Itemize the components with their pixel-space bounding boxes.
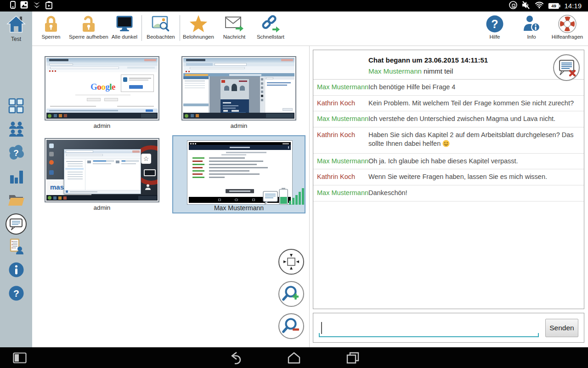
toolbar-lock-button[interactable]: Sperren bbox=[33, 14, 69, 44]
grid-icon bbox=[8, 98, 24, 116]
toolbar-help-requests-label: Hilfeanfragen bbox=[548, 34, 587, 40]
battery-level-icon: 49 bbox=[548, 3, 560, 9]
sidebar-item-home-class[interactable]: Test bbox=[0, 15, 32, 42]
student-thumbnail-2[interactable] bbox=[181, 56, 296, 121]
toolbar-separator bbox=[141, 15, 142, 41]
sidebar-item-chat[interactable] bbox=[0, 212, 32, 236]
toolbar-quickstart-button[interactable]: Schnellstart bbox=[252, 14, 289, 44]
mini-viewer bbox=[209, 76, 260, 113]
chat-message-list: Max Mustermann Ich benötige Hilfe bei Fr… bbox=[313, 80, 584, 201]
thumbnail-2-screen bbox=[183, 58, 294, 119]
toolbar-observe-button[interactable]: Beobachten bbox=[142, 14, 179, 44]
text-cursor bbox=[321, 322, 322, 334]
split-screen-icon[interactable] bbox=[13, 352, 27, 363]
toolbar: Sperren Sperre aufheben Alle dunkel Beob… bbox=[32, 12, 588, 46]
mini-taskbar bbox=[183, 113, 294, 119]
chat-participant-text: Max Mustermann nimmt teil bbox=[368, 67, 547, 75]
sidebar-item-students[interactable] bbox=[0, 118, 32, 142]
thumbnail-3-label: admin bbox=[45, 204, 159, 211]
sidebar-item-thumbnails-grid[interactable] bbox=[0, 95, 32, 118]
sidebar-item-reports[interactable] bbox=[0, 236, 32, 259]
toolbar-message-button[interactable]: Nachricht bbox=[216, 14, 253, 44]
toolbar-unlock-button[interactable]: Sperre aufheben bbox=[69, 14, 106, 44]
toolbar-help-requests-button[interactable]: Hilfeanfragen bbox=[548, 14, 587, 44]
toolbar-rewards-button[interactable]: Belohnungen bbox=[180, 14, 217, 44]
observe-picture-magnifier-icon bbox=[142, 14, 179, 34]
link-chain-icon bbox=[252, 14, 289, 34]
chat-message: Kathrin Koch Haben Sie sich das Kapitel … bbox=[313, 127, 584, 154]
send-button[interactable]: Senden bbox=[545, 319, 578, 337]
toolbar-help-label: Hilfe bbox=[476, 34, 513, 40]
chat-panel: Chat begann um 23.06.2015 14:11:51 Max M… bbox=[313, 50, 584, 309]
thumbnail-3-screen: Komm ☆ maste bbox=[46, 140, 158, 201]
chat-message: Kathrin Koch Kein Problem. Mit welchem T… bbox=[313, 96, 584, 112]
sidebar-item-help[interactable]: ? bbox=[0, 282, 32, 306]
participant-name: Max Mustermann bbox=[368, 67, 422, 75]
thumbnails-panel: Google admin bbox=[32, 46, 310, 347]
chat-input-underline bbox=[319, 319, 539, 337]
toolbar-message-label: Nachricht bbox=[216, 34, 253, 40]
student-thumbnail-3[interactable]: Komm ☆ maste bbox=[45, 138, 159, 202]
svg-text:?: ? bbox=[13, 148, 19, 158]
mini-right-panel bbox=[265, 76, 294, 113]
end-chat-icon bbox=[555, 57, 578, 79]
question-cloud-icon: ? bbox=[7, 144, 25, 163]
chat-message: Max Mustermann Oh ja. Ich glaube ich hab… bbox=[313, 154, 584, 170]
mini-window-titlebar bbox=[46, 58, 158, 63]
question-circle-icon: ? bbox=[9, 286, 24, 303]
chat-message-input[interactable] bbox=[319, 319, 539, 336]
zoom-in-button[interactable] bbox=[278, 281, 304, 307]
sidebar-item-files[interactable] bbox=[0, 189, 32, 212]
toolbar-blank-screens-button[interactable]: Alle dunkel bbox=[106, 14, 143, 44]
toolbar-rewards-label: Belohnungen bbox=[180, 34, 217, 40]
cast-screen-icon bbox=[509, 0, 518, 12]
battery-percent-text: 49 bbox=[548, 3, 559, 8]
sidebar-item-statistics[interactable] bbox=[0, 165, 32, 189]
envelope-send-icon bbox=[216, 14, 253, 34]
student-thumbnail-1[interactable]: Google bbox=[45, 56, 159, 121]
mini-taskbar bbox=[46, 195, 158, 201]
status-bar: 49 14:19 bbox=[0, 0, 588, 12]
info-circle-icon bbox=[9, 262, 24, 279]
sidebar-item-info[interactable] bbox=[0, 259, 32, 282]
participant-joined-suffix: nimmt teil bbox=[422, 67, 453, 75]
chat-header: Chat begann um 23.06.2015 14:11:51 Max M… bbox=[313, 50, 584, 80]
toolbar-unlock-label: Sperre aufheben bbox=[69, 34, 106, 40]
chat-started-text: Chat begann um 23.06.2015 14:11:51 bbox=[368, 56, 547, 64]
fit-to-screen-icon bbox=[279, 250, 303, 274]
mini-person-glyph bbox=[145, 184, 151, 190]
toolbar-blank-label: Alle dunkel bbox=[106, 34, 143, 40]
thumbnail-4-label: Max Mustermann bbox=[173, 204, 305, 212]
home-icon bbox=[6, 27, 26, 35]
users-group-icon bbox=[7, 121, 25, 139]
chat-message: Max Mustermann Ich benötige Hilfe bei Fr… bbox=[313, 80, 584, 96]
volume-muted-icon bbox=[521, 1, 531, 11]
help-circle-icon: ? bbox=[476, 14, 513, 34]
mini-left-table bbox=[183, 76, 209, 113]
fit-to-screen-button[interactable] bbox=[278, 249, 304, 275]
toolbar-help-button[interactable]: ? Hilfe bbox=[476, 14, 513, 44]
chat-message: Kathrin Koch Wenn Sie weitere Fragen hab… bbox=[313, 169, 584, 185]
star-icon bbox=[180, 14, 217, 34]
lock-closed-icon bbox=[33, 14, 69, 34]
toolbar-info-button[interactable]: Info bbox=[513, 14, 550, 44]
recents-button-icon[interactable] bbox=[346, 352, 359, 364]
chat-message: Max Mustermann Dankeschön! bbox=[313, 185, 584, 201]
zoom-out-button[interactable] bbox=[278, 313, 304, 339]
report-person-icon bbox=[8, 238, 24, 257]
end-chat-button[interactable] bbox=[553, 54, 580, 81]
toolbar-observe-label: Beobachten bbox=[142, 34, 179, 40]
toolbar-lock-label: Sperren bbox=[33, 34, 69, 40]
sidebar: Test ? bbox=[0, 12, 32, 347]
sidebar-home-label: Test bbox=[0, 36, 32, 42]
sidebar-item-question[interactable]: ? bbox=[0, 142, 32, 165]
notification-device-icon bbox=[10, 1, 16, 11]
lock-open-icon bbox=[69, 14, 106, 34]
home-button-icon[interactable] bbox=[288, 352, 300, 364]
thumbnail-1-label: admin bbox=[45, 122, 159, 129]
mini-explorer-window bbox=[64, 149, 141, 194]
student-thumbnail-4-selected[interactable]: Max Mustermann bbox=[172, 135, 305, 213]
back-button-icon[interactable] bbox=[229, 351, 243, 364]
bar-chart-icon bbox=[8, 169, 24, 185]
thumbnail-2-label: admin bbox=[181, 122, 296, 129]
